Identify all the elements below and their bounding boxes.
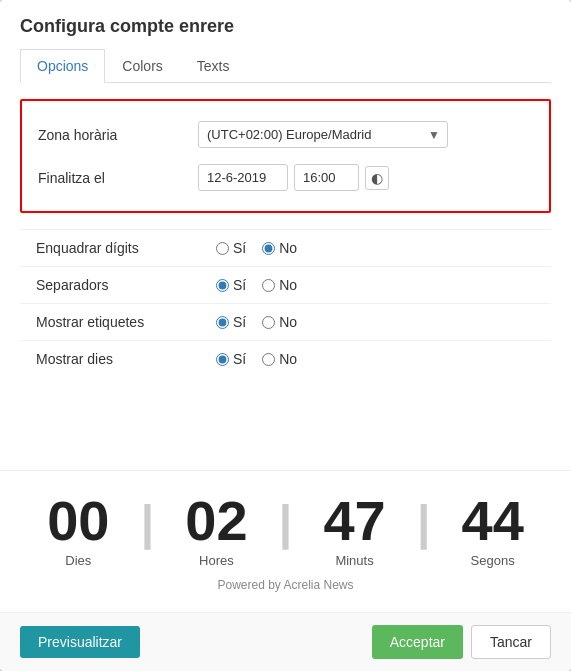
dialog-body: Zona horària (UTC+02:00) Europe/Madrid (… bbox=[0, 83, 571, 470]
radio-separadors-si[interactable]: Sí bbox=[216, 277, 246, 293]
radio-label-si-3: Sí bbox=[233, 314, 246, 330]
countdown-sep-1: | bbox=[137, 495, 158, 550]
countdown-sep-3: | bbox=[413, 495, 434, 550]
option-row-separadors: Separadors Sí No bbox=[20, 266, 551, 303]
radio-label-si: Sí bbox=[233, 240, 246, 256]
tab-colors[interactable]: Colors bbox=[105, 49, 179, 83]
cancel-button[interactable]: Tancar bbox=[471, 625, 551, 659]
highlighted-section: Zona horària (UTC+02:00) Europe/Madrid (… bbox=[20, 99, 551, 213]
options-section: Enquadrar dígits Sí No Separadors bbox=[20, 229, 551, 377]
tabs: Opcions Colors Texts bbox=[20, 49, 551, 83]
radio-label-no: No bbox=[279, 240, 297, 256]
countdown-hours-unit: 02 Hores bbox=[158, 493, 275, 568]
dialog-footer: Previsualitzar Acceptar Tancar bbox=[0, 612, 571, 671]
timezone-label: Zona horària bbox=[38, 127, 198, 143]
radio-etiquetes-no[interactable]: No bbox=[262, 314, 297, 330]
countdown-sep-2: | bbox=[275, 495, 296, 550]
radio-label-no-4: No bbox=[279, 351, 297, 367]
option-label-enquadrar: Enquadrar dígits bbox=[36, 240, 216, 256]
countdown-days-number: 00 bbox=[47, 493, 109, 549]
option-label-etiquetes: Mostrar etiquetes bbox=[36, 314, 216, 330]
countdown-days-label: Dies bbox=[65, 553, 91, 568]
footer-right: Acceptar Tancar bbox=[372, 625, 551, 659]
time-input[interactable] bbox=[294, 164, 359, 191]
countdown-seconds-number: 44 bbox=[462, 493, 524, 549]
finalitza-label: Finalitza el bbox=[38, 170, 198, 186]
date-input[interactable] bbox=[198, 164, 288, 191]
radio-label-no-2: No bbox=[279, 277, 297, 293]
dialog: Configura compte enrere Opcions Colors T… bbox=[0, 0, 571, 671]
option-row-etiquetes: Mostrar etiquetes Sí No bbox=[20, 303, 551, 340]
clock-icon[interactable]: ◐ bbox=[365, 166, 389, 190]
tab-opcions[interactable]: Opcions bbox=[20, 49, 105, 83]
dialog-title: Configura compte enrere bbox=[20, 16, 551, 37]
radio-enquadrar-si[interactable]: Sí bbox=[216, 240, 246, 256]
radio-group-separadors: Sí No bbox=[216, 277, 297, 293]
option-row-dies: Mostrar dies Sí No bbox=[20, 340, 551, 377]
timezone-row: Zona horària (UTC+02:00) Europe/Madrid (… bbox=[38, 113, 533, 156]
radio-dies-si[interactable]: Sí bbox=[216, 351, 246, 367]
option-row-enquadrar: Enquadrar dígits Sí No bbox=[20, 229, 551, 266]
countdown-hours-label: Hores bbox=[199, 553, 234, 568]
radio-group-etiquetes: Sí No bbox=[216, 314, 297, 330]
radio-label-si-4: Sí bbox=[233, 351, 246, 367]
tab-texts[interactable]: Texts bbox=[180, 49, 247, 83]
option-label-dies: Mostrar dies bbox=[36, 351, 216, 367]
preview-button[interactable]: Previsualitzar bbox=[20, 626, 140, 658]
countdown-days-unit: 00 Dies bbox=[20, 493, 137, 568]
timezone-control: (UTC+02:00) Europe/Madrid (UTC+00:00) UT… bbox=[198, 121, 533, 148]
timezone-select-wrapper: (UTC+02:00) Europe/Madrid (UTC+00:00) UT… bbox=[198, 121, 448, 148]
option-label-separadors: Separadors bbox=[36, 277, 216, 293]
radio-enquadrar-no[interactable]: No bbox=[262, 240, 297, 256]
radio-label-no-3: No bbox=[279, 314, 297, 330]
radio-group-dies: Sí No bbox=[216, 351, 297, 367]
countdown-seconds-label: Segons bbox=[471, 553, 515, 568]
countdown-minutes-label: Minuts bbox=[335, 553, 373, 568]
countdown-seconds-unit: 44 Segons bbox=[434, 493, 551, 568]
countdown-minutes-number: 47 bbox=[323, 493, 385, 549]
radio-group-enquadrar: Sí No bbox=[216, 240, 297, 256]
radio-dies-no[interactable]: No bbox=[262, 351, 297, 367]
radio-etiquetes-si[interactable]: Sí bbox=[216, 314, 246, 330]
countdown-display: 00 Dies | 02 Hores | 47 Minuts | 44 Sego… bbox=[0, 491, 571, 570]
accept-button[interactable]: Acceptar bbox=[372, 625, 463, 659]
radio-separadors-no[interactable]: No bbox=[262, 277, 297, 293]
countdown-hours-number: 02 bbox=[185, 493, 247, 549]
dialog-header: Configura compte enrere Opcions Colors T… bbox=[0, 0, 571, 83]
powered-by: Powered by Acrelia News bbox=[0, 578, 571, 604]
countdown-minutes-unit: 47 Minuts bbox=[296, 493, 413, 568]
timezone-select[interactable]: (UTC+02:00) Europe/Madrid (UTC+00:00) UT… bbox=[198, 121, 448, 148]
radio-label-si-2: Sí bbox=[233, 277, 246, 293]
finalitza-row: Finalitza el ◐ bbox=[38, 156, 533, 199]
finalitza-control: ◐ bbox=[198, 164, 533, 191]
countdown-section: 00 Dies | 02 Hores | 47 Minuts | 44 Sego… bbox=[0, 470, 571, 612]
